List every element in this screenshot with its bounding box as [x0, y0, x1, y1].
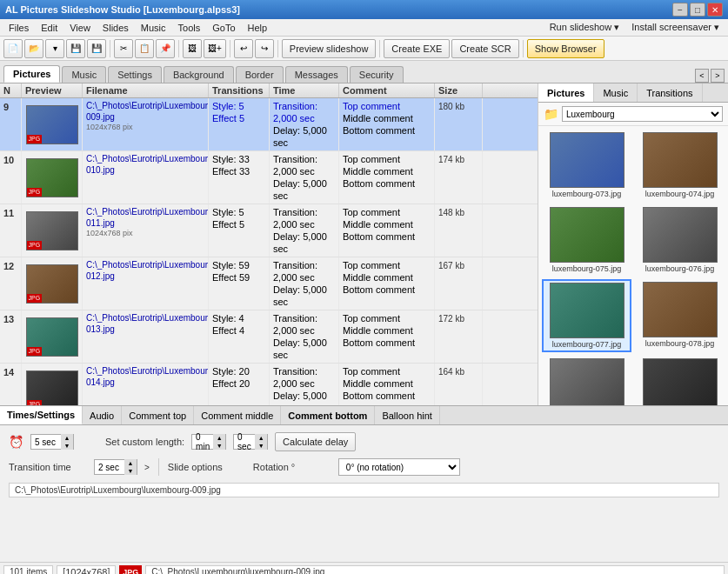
folder-select[interactable]: Luxembourg: [562, 106, 723, 122]
comment-top: Top comment: [343, 365, 400, 377]
tab-messages[interactable]: Messages: [285, 66, 348, 83]
new-button[interactable]: 📄: [3, 39, 23, 58]
custom-sec-spinbox[interactable]: 0 sec ▲ ▼: [233, 434, 268, 450]
jpg-badge: JPG: [27, 135, 43, 144]
table-row[interactable]: 9 JPG C:\_Photos\Eurotrip\Luxembourg-009…: [0, 98, 538, 151]
bottom-tab-comment-top[interactable]: Comment top: [122, 406, 194, 424]
custom-sec-up[interactable]: ▲: [255, 434, 267, 442]
table-row[interactable]: 13 JPG C:\_Photos\Eurotrip\Luxembourg-01…: [0, 310, 538, 364]
maximize-button[interactable]: □: [690, 3, 705, 17]
table-row[interactable]: 10 JPG C:\_Photos\Eurotrip\Luxembourg-01…: [0, 151, 538, 204]
comment-mid: Middle comment: [343, 112, 413, 124]
menu-files[interactable]: Files: [3, 21, 34, 35]
tab-settings[interactable]: Settings: [108, 66, 162, 83]
bottom-tab-comment-bottom[interactable]: Comment bottom: [281, 406, 375, 424]
cell-preview: JPG: [22, 257, 83, 310]
transition-time: Transition: 2,000 sec: [273, 365, 335, 390]
save-button[interactable]: 💾: [66, 39, 85, 58]
status-items-count: 101 items: [3, 565, 53, 575]
cell-transitions: Style: 59 Effect 59: [209, 257, 270, 310]
calc-delay-button[interactable]: Calculate delay: [275, 432, 356, 451]
bottom-tab-balloon-hint[interactable]: Balloon hint: [375, 406, 440, 424]
slide-table[interactable]: N Preview Filename Transitions Time Comm…: [0, 83, 538, 405]
menu-slides[interactable]: Slides: [97, 21, 134, 35]
menu-view[interactable]: View: [64, 21, 96, 35]
menu-tools[interactable]: Tools: [173, 21, 206, 35]
menu-music[interactable]: Music: [136, 21, 171, 35]
toolbar: 📄 📂 ▾ 💾 💾 ✂ 📋 📌 🖼 🖼+ ↩ ↪ Preview slidesh…: [0, 37, 728, 61]
effect-value: Effect 4: [212, 324, 244, 337]
tab-next-button[interactable]: >: [711, 69, 725, 83]
tab-pictures[interactable]: Pictures: [3, 65, 60, 83]
menu-goto[interactable]: GoTo: [207, 21, 240, 35]
thumbnail-item[interactable]: luxembourg-074.jpg: [635, 130, 725, 201]
right-tab-transitions[interactable]: Transitions: [638, 83, 702, 102]
cell-n: 11: [0, 204, 22, 257]
table-row[interactable]: 12 JPG C:\_Photos\Eurotrip\Luxembourg-01…: [0, 257, 538, 310]
transition-row: Transition time 2 sec ▲ ▼ > Slide option…: [9, 458, 719, 476]
delay-spinbox[interactable]: 5 sec ▲ ▼: [30, 434, 74, 450]
cut-button[interactable]: ✂: [114, 39, 133, 58]
minimize-button[interactable]: −: [672, 3, 688, 17]
custom-min-down[interactable]: ▼: [213, 442, 225, 450]
open-button[interactable]: 📂: [24, 39, 43, 58]
undo-button[interactable]: ↩: [234, 39, 253, 58]
create-scr-button[interactable]: Create SCR: [451, 39, 518, 58]
tab-background[interactable]: Background: [164, 66, 234, 83]
transition-spinbox[interactable]: 2 sec ▲ ▼: [94, 459, 137, 475]
close-button[interactable]: ✕: [707, 3, 723, 17]
tab-music[interactable]: Music: [62, 66, 106, 83]
delay-time: Delay: 5,000 sec: [273, 230, 335, 255]
install-screensaver-menu[interactable]: Install screensaver ▾: [626, 20, 725, 35]
paste-button[interactable]: 📌: [156, 39, 175, 58]
show-browser-button[interactable]: Show Browser: [527, 39, 604, 58]
thumbnail-item[interactable]: luxembourg-078.jpg: [635, 279, 725, 352]
right-tab-music[interactable]: Music: [594, 83, 638, 102]
thumbnail-item[interactable]: luxembourg-076.jpg: [635, 204, 725, 276]
rotation-select[interactable]: 0° (no rotation) 90° clockwise 90° count…: [338, 458, 460, 476]
menu-help[interactable]: Help: [243, 21, 273, 35]
jpg-badge: JPG: [27, 294, 43, 303]
tab-prev-button[interactable]: <: [695, 69, 709, 83]
thumbnail-item[interactable]: luxembourg-073.jpg: [542, 130, 631, 201]
thumbnail-item[interactable]: luxembourg-080.jpg: [635, 356, 725, 405]
custom-sec-down[interactable]: ▼: [255, 442, 267, 450]
save2-button[interactable]: 💾: [87, 39, 106, 58]
comment-bot: Bottom comment: [343, 390, 415, 402]
open-dropdown[interactable]: ▾: [45, 39, 64, 58]
table-row[interactable]: 14 JPG C:\_Photos\Eurotrip\Luxembourg-01…: [0, 364, 538, 405]
file-path: C:\_Photos\Eurotrip\Luxembourg-010.jpg: [86, 153, 209, 176]
right-tab-pictures[interactable]: Pictures: [538, 83, 594, 102]
trans-down[interactable]: ▼: [124, 467, 137, 475]
tab-security[interactable]: Security: [350, 66, 404, 83]
create-exe-button[interactable]: Create EXE: [384, 39, 450, 58]
thumbnail-item[interactable]: luxembourg-075.jpg: [542, 204, 631, 276]
cell-transitions: Style: 33 Effect 33: [209, 151, 270, 204]
add-img-button[interactable]: 🖼: [183, 39, 202, 58]
custom-min-spinbox[interactable]: 0 min ▲ ▼: [191, 434, 226, 450]
right-panel: Pictures Music Transitions 📁 Luxembourg …: [538, 83, 728, 405]
cell-time: Transition: 2,000 sec Delay: 5,000 sec: [270, 364, 339, 405]
run-slideshow-menu[interactable]: Run slideshow ▾: [544, 20, 625, 35]
copy-button[interactable]: 📋: [135, 39, 154, 58]
redo-button[interactable]: ↪: [255, 39, 274, 58]
preview-slideshow-button[interactable]: Preview slideshow: [282, 39, 376, 58]
bottom-tab-audio[interactable]: Audio: [83, 406, 122, 424]
tab-border[interactable]: Border: [236, 66, 284, 83]
menu-edit[interactable]: Edit: [36, 21, 63, 35]
thumbnail-item[interactable]: luxembourg-079.jpg: [542, 356, 631, 405]
bottom-tab-comment-middle[interactable]: Comment middle: [194, 406, 281, 424]
add-img2-button[interactable]: 🖼+: [204, 39, 226, 58]
delay-down[interactable]: ▼: [61, 442, 73, 450]
table-row[interactable]: 11 JPG C:\_Photos\Eurotrip\Luxembourg-01…: [0, 204, 538, 257]
delay-time: Delay: 5,000 sec: [273, 177, 335, 202]
sep3: [230, 40, 230, 57]
effect-value: Effect 5: [212, 218, 244, 230]
jpg-badge: JPG: [27, 188, 43, 197]
trans-up[interactable]: ▲: [124, 459, 137, 467]
custom-min-up[interactable]: ▲: [213, 434, 225, 442]
delay-up[interactable]: ▲: [61, 434, 73, 442]
cell-preview: JPG: [22, 364, 83, 405]
bottom-tab-times-settings[interactable]: Times/Settings: [0, 406, 83, 424]
thumbnail-item[interactable]: luxembourg-077.jpg: [542, 279, 631, 352]
